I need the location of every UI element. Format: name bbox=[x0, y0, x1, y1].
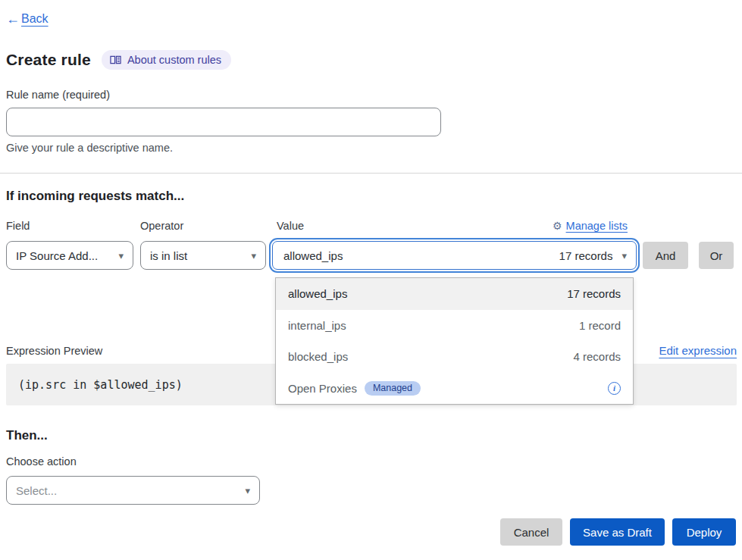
section-divider bbox=[0, 173, 742, 174]
expression-preview-label: Expression Preview bbox=[6, 345, 102, 357]
save-as-draft-button[interactable]: Save as Draft bbox=[570, 518, 665, 546]
page-header: Create rule About custom rules bbox=[6, 50, 231, 70]
operator-select-value: is in list bbox=[150, 249, 187, 262]
book-icon bbox=[110, 55, 121, 65]
dropdown-option-open-proxies[interactable]: Open Proxies Managed i bbox=[276, 373, 633, 405]
operator-label: Operator bbox=[140, 220, 183, 232]
chevron-down-icon: ▾ bbox=[245, 485, 250, 496]
dropdown-option-internal-ips[interactable]: internal_ips 1 record bbox=[276, 310, 633, 342]
back-label: Back bbox=[21, 12, 49, 26]
back-arrow-icon: ← bbox=[6, 12, 20, 26]
gear-icon: ⚙ bbox=[553, 220, 562, 232]
list-name: allowed_ips bbox=[288, 287, 347, 300]
chevron-down-icon: ▾ bbox=[621, 250, 627, 261]
rule-name-input[interactable] bbox=[6, 108, 441, 136]
expression-code: (ip.src in $allowed_ips) bbox=[18, 378, 183, 392]
about-custom-rules-link[interactable]: About custom rules bbox=[102, 50, 231, 70]
list-name: internal_ips bbox=[288, 319, 346, 332]
then-section-heading: Then... bbox=[6, 428, 48, 443]
back-link[interactable]: ← Back bbox=[6, 12, 49, 26]
value-label: Value bbox=[277, 220, 304, 232]
dropdown-option-blocked-ips[interactable]: blocked_ips 4 records bbox=[276, 341, 633, 373]
action-select[interactable]: Select... ▾ bbox=[6, 476, 260, 505]
list-records: 4 records bbox=[573, 350, 621, 363]
list-name: Open Proxies bbox=[288, 382, 357, 395]
chevron-down-icon: ▾ bbox=[118, 250, 124, 261]
or-button[interactable]: Or bbox=[699, 242, 734, 269]
cancel-button[interactable]: Cancel bbox=[500, 518, 562, 546]
field-label: Field bbox=[6, 220, 30, 232]
list-records: 1 record bbox=[579, 319, 621, 332]
and-button[interactable]: And bbox=[643, 242, 688, 269]
value-select-value: allowed_ips bbox=[283, 249, 343, 262]
dropdown-option-allowed-ips[interactable]: allowed_ips 17 records bbox=[276, 278, 633, 310]
edit-expression-link[interactable]: Edit expression bbox=[656, 344, 737, 357]
field-select[interactable]: IP Source Add... ▾ bbox=[6, 241, 133, 270]
rule-name-helper: Give your rule a descriptive name. bbox=[6, 142, 173, 154]
choose-action-label: Choose action bbox=[6, 455, 77, 468]
info-icon[interactable]: i bbox=[608, 382, 621, 395]
manage-lists-label: Manage lists bbox=[566, 220, 628, 232]
deploy-button[interactable]: Deploy bbox=[672, 518, 736, 546]
page-title: Create rule bbox=[6, 51, 91, 69]
value-select[interactable]: allowed_ips 17 records ▾ bbox=[272, 241, 637, 270]
managed-badge: Managed bbox=[365, 381, 421, 396]
chevron-down-icon: ▾ bbox=[251, 250, 256, 261]
action-select-placeholder: Select... bbox=[16, 484, 57, 497]
value-dropdown-menu: allowed_ips 17 records internal_ips 1 re… bbox=[275, 277, 634, 405]
match-section-heading: If incoming requests match... bbox=[6, 189, 184, 204]
list-records: 17 records bbox=[567, 287, 621, 300]
list-name: blocked_ips bbox=[288, 350, 348, 363]
create-rule-page: ← Back Create rule About custom rules Ru… bbox=[0, 0, 742, 560]
manage-lists-link[interactable]: ⚙ Manage lists bbox=[553, 220, 637, 232]
value-select-records: 17 records bbox=[559, 249, 613, 262]
operator-select[interactable]: is in list ▾ bbox=[140, 241, 266, 270]
rule-name-label: Rule name (required) bbox=[6, 89, 110, 101]
field-select-value: IP Source Add... bbox=[16, 249, 98, 262]
about-custom-rules-label: About custom rules bbox=[127, 54, 221, 66]
